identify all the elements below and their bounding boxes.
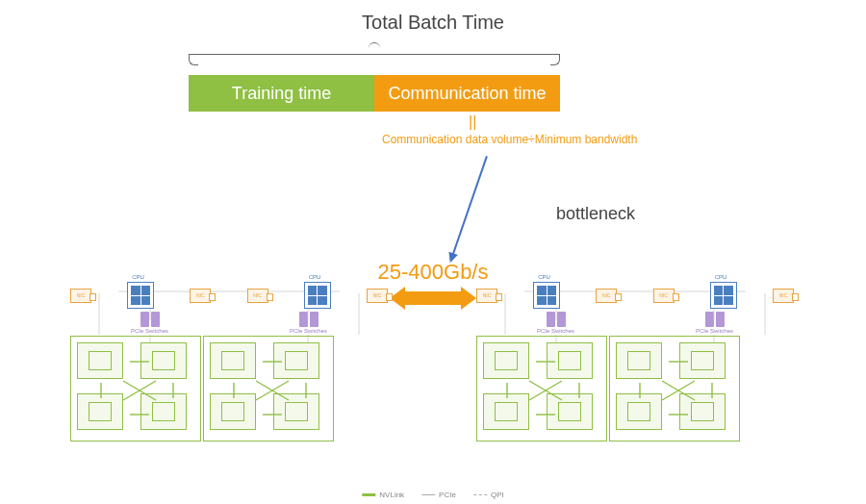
gpu-icon <box>77 342 123 379</box>
brace-bracket <box>189 42 560 69</box>
nic-icon: NIC <box>773 289 794 303</box>
cpu-icon <box>710 282 737 309</box>
pcie-switch-label: PCIe Switches <box>131 328 168 334</box>
gpu-icon <box>616 393 662 430</box>
pcie-switch-label: PCIe Switches <box>537 328 574 334</box>
bottleneck-label: bottleneck <box>556 204 635 224</box>
legend-pcie: PCIe <box>421 491 456 499</box>
diagram-title: Total Batch Time <box>362 12 504 34</box>
gpu-icon <box>679 393 726 430</box>
gpu-icon <box>273 342 319 379</box>
gpu-group <box>203 336 334 441</box>
cpu-icon <box>127 282 154 309</box>
gpu-icon <box>210 393 256 430</box>
gpu-icon <box>616 342 662 379</box>
batch-time-bar: Training time Communication time <box>189 75 560 112</box>
gpu-icon <box>140 342 187 379</box>
pcie-switch-label: PCIe Switches <box>290 328 327 334</box>
bidirectional-arrow <box>390 287 476 310</box>
gpu-icon <box>679 342 726 379</box>
gpu-icon <box>547 342 593 379</box>
nic-icon: NIC <box>367 289 388 303</box>
nic-icon: NIC <box>653 289 675 303</box>
gpu-icon <box>483 342 529 379</box>
gpu-group <box>609 336 740 441</box>
nic-icon: NIC <box>476 289 497 303</box>
nic-icon: NIC <box>247 289 268 303</box>
gpu-icon <box>210 342 256 379</box>
gpu-icon <box>140 393 187 430</box>
nic-icon: NIC <box>190 289 211 303</box>
gpu-icon <box>547 393 593 430</box>
nic-icon: NIC <box>70 289 91 303</box>
pcie-switch-icon <box>299 312 318 327</box>
equals-symbol: || <box>469 113 476 131</box>
server-node-right: NIC NIC NIC NIC PCIe Switches PCIe Switc… <box>476 282 794 441</box>
cpu-icon <box>304 282 331 309</box>
gpu-icon <box>273 393 319 430</box>
pcie-switch-icon <box>547 312 566 327</box>
gpu-group <box>70 336 201 441</box>
legend-nvlink: NVLink <box>362 491 404 499</box>
training-time-segment: Training time <box>189 75 374 112</box>
gpu-icon <box>77 393 123 430</box>
gpu-icon <box>483 393 529 430</box>
legend: NVLink PCIe QPI <box>362 491 503 499</box>
legend-qpi: QPI <box>473 491 504 499</box>
communication-time-segment: Communication time <box>374 75 560 112</box>
arrow-to-bottleneck <box>450 156 488 261</box>
server-node-left: NIC NIC NIC NIC PCIe Switches PCIe Switc… <box>70 282 388 441</box>
pcie-switch-label: PCIe Switches <box>696 328 733 334</box>
pcie-switch-icon <box>140 312 160 327</box>
pcie-switch-icon <box>705 312 725 327</box>
communication-formula: Communication data volume÷Minimum bandwi… <box>382 133 637 146</box>
cpu-icon <box>533 282 560 309</box>
bandwidth-value: 25-400Gb/s <box>378 260 489 285</box>
gpu-group <box>476 336 607 441</box>
nic-icon: NIC <box>596 289 617 303</box>
